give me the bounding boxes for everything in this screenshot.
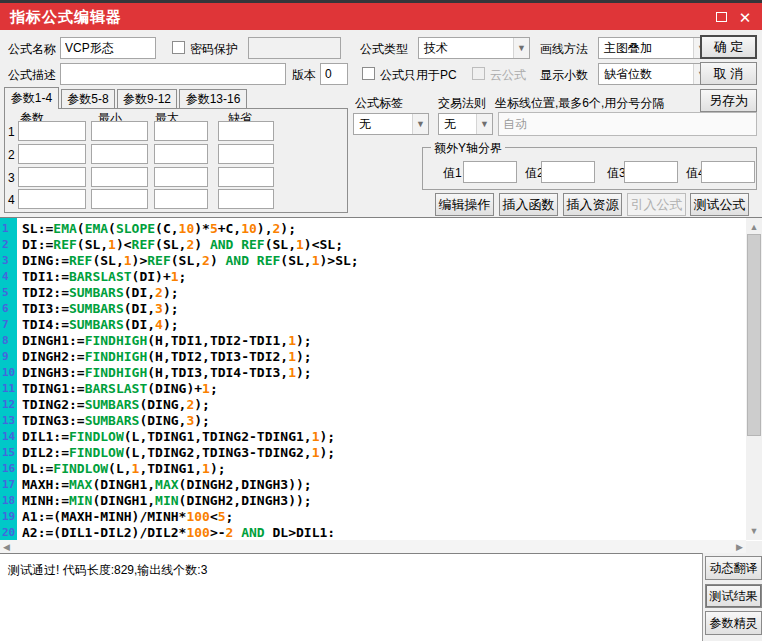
y-value-input[interactable] [624,161,678,183]
formula-type-label: 公式类型 [360,41,408,58]
password-protect-label: 密码保护 [190,41,238,58]
y-value-input[interactable] [701,161,755,183]
import-formula-button: 引入公式 [627,193,686,216]
cloud-formula-label: 云公式 [490,67,526,84]
close-icon: ✕ [739,9,752,26]
status-bar: 测试通过! 代码长度:829,输出线个数:3 [0,553,762,641]
cancel-button[interactable]: 取 消 [700,62,757,85]
y-value-label: 值3 [607,165,626,182]
param-input[interactable] [154,167,208,187]
pc-only-checkbox[interactable] [362,67,375,80]
param-row-number: 3 [8,171,15,185]
dynamic-translate-button[interactable]: 动态翻译 [705,556,762,580]
y-value-input[interactable] [541,161,595,183]
formula-label-label: 公式标签 [355,95,403,112]
insert-resource-button[interactable]: 插入资源 [563,193,622,216]
formula-desc-input[interactable] [60,63,286,85]
decimal-display-label: 显示小数 [540,67,588,84]
edit-operation-button[interactable]: 编辑操作 [435,193,494,216]
coord-line-input[interactable] [498,112,757,136]
param-input[interactable] [18,189,86,209]
horizontal-scrollbar[interactable]: ◀ ▶ [0,540,746,553]
title-bar: 指标公式编辑器 ✕ [0,3,762,30]
code-lines[interactable]: SL:=EMA(EMA(SLOPE(C,10)*5+C,10),2);DI:=R… [17,218,746,540]
y-value-input[interactable] [463,161,517,183]
formula-name-input[interactable] [60,37,156,59]
maximize-button[interactable] [712,9,730,27]
insert-function-button[interactable]: 插入函数 [499,193,558,216]
param-input[interactable] [154,189,208,209]
chevron-down-icon: ▼ [412,114,428,134]
param-input[interactable] [18,167,86,187]
param-input[interactable] [18,121,86,141]
version-input[interactable] [320,63,348,85]
param-input[interactable] [218,189,274,209]
param-input[interactable] [154,144,208,164]
cloud-formula-checkbox [472,67,485,80]
scroll-right-icon[interactable]: ▶ [736,542,743,552]
scroll-up-icon[interactable]: ▲ [746,222,762,232]
password-input [248,37,341,59]
param-row-number: 4 [8,193,15,207]
coord-line-label: 坐标线位置,最多6个,用分号分隔 [495,95,664,112]
save-as-button[interactable]: 另存为 [700,89,757,112]
param-input[interactable] [218,167,274,187]
chevron-down-icon: ▼ [513,38,529,58]
draw-method-label: 画线方法 [540,41,588,58]
ok-button[interactable]: 确 定 [700,35,757,59]
formula-desc-label: 公式描述 [8,67,56,84]
line-number-gutter: 1234567891011121314151617181920 [0,218,17,540]
close-button[interactable]: ✕ [736,9,754,27]
param-input[interactable] [91,167,148,187]
password-protect-checkbox[interactable] [172,41,185,54]
param-input[interactable] [154,121,208,141]
param-row-number: 2 [8,148,15,162]
status-message: 测试通过! 代码长度:829,输出线个数:3 [8,562,207,579]
tab-params-13-16[interactable]: 参数13-16 [179,89,247,108]
formula-name-label: 公式名称 [8,41,56,58]
trade-rule-label: 交易法则 [438,95,486,112]
y-value-label: 值1 [443,165,462,182]
version-label: 版本 [292,67,316,84]
extra-yaxis-title: 额外Y轴分界 [431,140,505,157]
tab-params-9-12[interactable]: 参数9-12 [117,89,177,108]
param-row-number: 1 [8,125,15,139]
tab-params-5-8[interactable]: 参数5-8 [61,89,115,108]
param-input[interactable] [218,144,274,164]
maximize-icon [716,12,727,22]
vertical-scrollbar[interactable]: ▲ ▼ [746,218,762,540]
formula-type-select[interactable]: 技术 ▼ [418,37,530,59]
test-formula-button[interactable]: 测试公式 [690,193,749,216]
param-input[interactable] [91,121,148,141]
tab-params-1-4[interactable]: 参数1-4 [4,87,59,109]
param-wizard-button[interactable]: 参数精灵 [705,611,762,635]
decimal-display-select[interactable]: 缺省位数 ▼ [598,63,710,85]
formula-label-select[interactable]: 无 ▼ [353,113,429,135]
param-input[interactable] [91,144,148,164]
test-result-button[interactable]: 测试结果 [705,584,762,608]
trade-rule-select[interactable]: 无 ▼ [438,113,493,135]
param-input[interactable] [18,144,86,164]
scroll-down-icon[interactable]: ▼ [746,526,762,536]
window-title: 指标公式编辑器 [10,8,122,27]
draw-method-select[interactable]: 主图叠加 ▼ [598,37,710,59]
chevron-down-icon: ▼ [476,114,492,134]
pc-only-label: 公式只用于PC [380,67,457,84]
scroll-left-icon[interactable]: ◀ [3,542,10,552]
param-input[interactable] [218,121,274,141]
param-input[interactable] [91,189,148,209]
vertical-scrollbar-thumb[interactable] [747,234,761,436]
